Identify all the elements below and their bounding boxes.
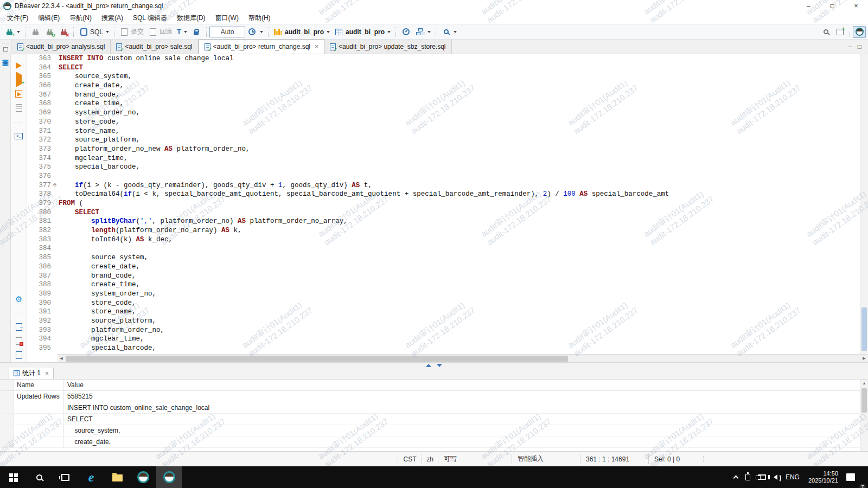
scroll-up-icon[interactable]: ▲: [860, 380, 868, 385]
dbeaver-perspective-toggle[interactable]: [853, 26, 866, 38]
close-tab-icon[interactable]: ×: [315, 43, 318, 50]
table-row[interactable]: SELECT: [0, 414, 868, 425]
maximize-panel-icon[interactable]: [426, 364, 431, 367]
stats-vertical-scrollbar[interactable]: ▲: [860, 380, 868, 451]
script-file-button[interactable]: [11, 348, 27, 362]
code-line[interactable]: 387 brand_code,: [27, 272, 868, 281]
internet-explorer-button[interactable]: e: [78, 466, 104, 488]
execution-plan-button[interactable]: [413, 26, 433, 38]
minimize-button[interactable]: –: [796, 0, 820, 12]
code-line[interactable]: 381 splitByChar(',', platform_order_no) …: [27, 217, 868, 226]
menu-item[interactable]: SQL 编辑器: [128, 12, 172, 24]
status-item[interactable]: Sel: 0 | 0: [648, 454, 696, 464]
execute-new-tab-button[interactable]: +: [11, 73, 27, 87]
code-line[interactable]: 394 mgclear_time,: [27, 335, 868, 344]
dbeaver-taskbar-button[interactable]: [130, 466, 156, 488]
code-line[interactable]: 384: [27, 244, 868, 253]
minimize-panel-icon[interactable]: [437, 364, 442, 367]
lock-button[interactable]: [189, 26, 203, 38]
code-line[interactable]: 374 mgclear_time,: [27, 154, 868, 163]
kebab-icon[interactable]: ⋮: [700, 455, 706, 463]
export-result-button[interactable]: [11, 320, 27, 334]
output-log-button[interactable]: !: [11, 334, 27, 348]
code-line[interactable]: 369 system_order_no,: [27, 108, 868, 118]
schema-selector[interactable]: audit_bi_pro: [332, 26, 393, 38]
scroll-right-icon[interactable]: ▶: [860, 356, 868, 361]
scrollbar-thumb[interactable]: [861, 307, 867, 351]
code-line[interactable]: 375 special_barcode,: [27, 163, 868, 172]
taskbar-search-button[interactable]: [26, 466, 52, 488]
menu-item[interactable]: 编辑(E): [33, 12, 65, 24]
code-line[interactable]: 366 create_date,: [27, 81, 868, 91]
close-tab-icon[interactable]: ×: [45, 370, 49, 377]
transaction-mode-button[interactable]: T: [175, 27, 189, 37]
editor-tab[interactable]: <audit_bi_pro> update_sbz_store.sql: [324, 40, 451, 54]
search-button[interactable]: [439, 26, 459, 38]
code-line[interactable]: 371 store_name,: [27, 127, 868, 136]
code-line[interactable]: 380 SELECT: [27, 208, 868, 217]
status-item[interactable]: 智能插入: [512, 454, 580, 464]
horizontal-scrollbar[interactable]: ◀ ▶: [58, 354, 868, 362]
open-sql-console-button[interactable]: >_: [11, 129, 27, 143]
code-line[interactable]: 373 platform_order_no_new AS platform_or…: [27, 145, 868, 154]
editor-tab[interactable]: <audit_bi_pro> return_change.sql×: [199, 39, 324, 54]
code-line[interactable]: 364SELECT: [27, 63, 868, 73]
explain-plan-button[interactable]: [11, 101, 27, 115]
code-line[interactable]: 376: [27, 172, 868, 181]
code-line[interactable]: 382 length(platform_order_no_array) AS k…: [27, 226, 868, 235]
code-line[interactable]: 378 toDecimal64(if(i < k, special_barcod…: [27, 190, 868, 199]
action-center-button[interactable]: 7: [843, 466, 863, 488]
table-row[interactable]: Updated Rows5585215: [0, 391, 868, 402]
menu-item[interactable]: 窗口(W): [210, 12, 244, 24]
stats-tab[interactable]: 统计 1 ×: [9, 368, 54, 379]
code-line[interactable]: 368 create_time,: [27, 99, 868, 108]
code-line[interactable]: 363INSERT INTO custom_online_sale_change…: [27, 54, 868, 63]
code-line[interactable]: 383 toInt64(k) AS k_dec,: [27, 235, 868, 245]
panel-sash[interactable]: [0, 362, 868, 368]
menu-item[interactable]: 帮助(H): [244, 12, 276, 24]
new-connection-button[interactable]: +: [2, 26, 22, 38]
scrollbar-thumb[interactable]: [66, 356, 568, 362]
database-navigator-icon[interactable]: [2, 60, 9, 62]
table-row[interactable]: source_system,: [0, 425, 868, 436]
settings-button[interactable]: ⚙: [11, 292, 27, 306]
usb-tray-button[interactable]: [742, 466, 754, 488]
dashboard-button[interactable]: [399, 26, 413, 38]
sql-editor[interactable]: 363INSERT INTO custom_online_sale_change…: [27, 54, 868, 362]
code-lines[interactable]: 363INSERT INTO custom_online_sale_change…: [27, 54, 868, 354]
code-line[interactable]: 388 create_time,: [27, 280, 868, 290]
database-selector[interactable]: audit_bi_pro: [271, 26, 332, 38]
maximize-view-icon[interactable]: □: [858, 43, 861, 50]
execute-script-button[interactable]: [11, 87, 27, 101]
editor-tab[interactable]: <audit_bi_pro> sale.sql: [111, 40, 198, 54]
minimize-view-icon[interactable]: –: [848, 43, 852, 50]
menu-item[interactable]: 导航(N): [65, 12, 97, 24]
scroll-left-icon[interactable]: ◀: [58, 356, 65, 361]
code-line[interactable]: 395 special_barcode,: [27, 344, 868, 353]
input-language-button[interactable]: ENG: [781, 473, 804, 481]
menu-item[interactable]: 文件(F): [2, 12, 33, 24]
code-line[interactable]: 390 store_code,: [27, 299, 868, 308]
code-line[interactable]: 370 store_code,: [27, 118, 868, 127]
status-item[interactable]: zh: [422, 454, 438, 464]
status-item[interactable]: 可写: [438, 454, 512, 464]
disconnect-button[interactable]: ✕: [56, 26, 71, 38]
menu-item[interactable]: 数据库(D): [172, 12, 210, 24]
code-line[interactable]: 386 create_date,: [27, 262, 868, 272]
table-row[interactable]: create_date,: [0, 436, 868, 448]
code-line[interactable]: 393 platform_order_no,: [27, 326, 868, 335]
code-line[interactable]: 392 source_platform,: [27, 317, 868, 326]
code-line[interactable]: 389 system_order_no,: [27, 290, 868, 299]
commit-button[interactable]: 提交: [117, 26, 146, 38]
code-line[interactable]: 365 source_system,: [27, 72, 868, 81]
code-line[interactable]: 385 source_system,: [27, 253, 868, 262]
code-line[interactable]: 367 brand_code,: [27, 91, 868, 100]
autocommit-combo[interactable]: Auto: [209, 27, 245, 37]
fold-marker-icon[interactable]: ⊖: [51, 181, 59, 190]
reconnect-button[interactable]: ↻: [42, 26, 56, 38]
editor-tab[interactable]: <audit_bi_pro> analysis.sql: [12, 40, 111, 54]
code-line[interactable]: 377⊖ if(i > (k - goods_qty_remainder), g…: [27, 181, 868, 190]
dbeaver-taskbar-button-active[interactable]: [156, 466, 182, 488]
connect-button[interactable]: [28, 26, 42, 38]
code-line[interactable]: 379FROM (: [27, 199, 868, 208]
